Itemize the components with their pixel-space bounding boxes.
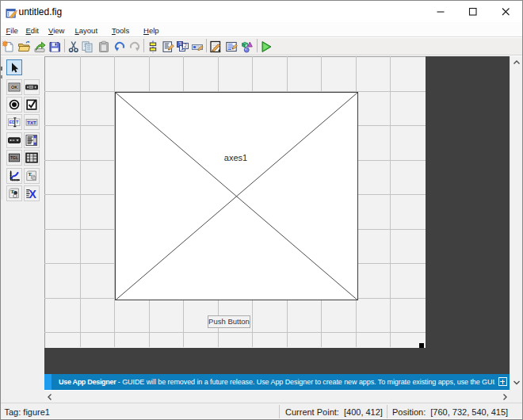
svg-text:TXT: TXT: [28, 120, 37, 125]
svg-text:TGL: TGL: [10, 155, 18, 160]
svg-text:T: T: [10, 189, 14, 195]
svg-text:X: X: [29, 188, 37, 200]
svg-text:T: T: [16, 120, 19, 125]
svg-text:2: 2: [184, 43, 187, 48]
svg-text:OK: OK: [11, 84, 17, 89]
svg-text:ED: ED: [9, 120, 15, 125]
